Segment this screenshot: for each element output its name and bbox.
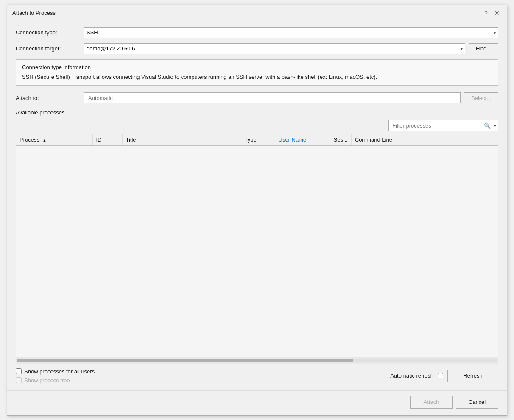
process-table-container: Process ▲ ID Title Type [16,134,498,364]
col-username-label: User Name [279,136,307,143]
search-icon: 🔍 [482,122,492,129]
show-process-tree-row: Show process tree [16,377,95,384]
horizontal-scrollbar[interactable] [16,357,498,364]
connection-target-row: Connection target: demo@172.20.60.6 ▾ Fi… [16,43,498,54]
automatic-refresh-checkbox[interactable] [438,373,443,378]
refresh-button-label: Refresh [463,373,483,379]
filter-input-wrap: 🔍 ▾ [388,120,498,131]
available-processes-section: Available processes 🔍 ▾ [16,109,498,384]
dialog-footer: Attach Cancel [7,390,507,415]
col-cmdline[interactable]: Command Line [351,134,498,146]
title-bar-controls: ? ✕ [481,8,502,18]
attach-to-input[interactable] [84,92,461,103]
process-table-empty-body [16,146,498,273]
filter-dropdown-button[interactable]: ▾ [492,120,498,131]
col-cmdline-label: Command Line [355,136,392,143]
connection-type-label: Connection type: [16,29,84,36]
connection-target-select-wrapper: demo@172.20.60.6 ▾ [84,43,465,54]
process-table-header: Process ▲ ID Title Type [16,134,498,146]
attach-button[interactable]: Attach [410,396,453,409]
connection-type-row: Connection type: SSH Local Remote (no au… [16,27,498,38]
close-button[interactable]: ✕ [492,8,502,18]
scrollbar-thumb [17,359,353,362]
attach-to-select-wrap: Select... [464,92,498,103]
col-session[interactable]: Ses... [330,134,351,146]
col-title-label: Title [126,136,136,143]
connection-target-control: demo@172.20.60.6 ▾ Find... [84,43,498,54]
scrollbar-track [17,359,497,362]
refresh-button[interactable]: Refresh [447,370,498,382]
right-controls: Automatic refresh Refresh [390,370,498,382]
dialog-title: Attach to Process [12,10,56,16]
left-checkboxes: Show processes for all users Show proces… [16,368,95,384]
attach-to-row: Attach to: Select... [16,92,498,103]
connection-target-select[interactable]: demo@172.20.60.6 [84,43,465,54]
connection-type-control: SSH Local Remote (no authentication) ▾ [84,27,498,38]
connection-type-select-wrapper: SSH Local Remote (no authentication) ▾ [84,27,498,38]
col-session-label: Ses... [334,136,348,143]
show-process-tree-checkbox[interactable] [16,377,22,383]
show-all-users-row: Show processes for all users [16,368,95,375]
find-button[interactable]: Find... [469,43,498,54]
col-type[interactable]: Type [241,134,275,146]
help-button[interactable]: ? [481,8,491,18]
col-process-label: Process [20,136,39,143]
process-table: Process ▲ ID Title Type [16,134,498,146]
col-process[interactable]: Process ▲ [16,134,92,146]
available-processes-label: Available processes [16,109,498,116]
bottom-controls: Show processes for all users Show proces… [16,368,498,384]
col-title[interactable]: Title [122,134,241,146]
col-id-label: ID [96,136,102,143]
attach-to-process-dialog: Attach to Process ? ✕ Connection type: S… [7,5,507,416]
col-username[interactable]: User Name [275,134,330,146]
sort-asc-icon: ▲ [43,138,47,142]
show-process-tree-label: Show process tree [24,377,70,384]
col-id[interactable]: ID [92,134,122,146]
connection-type-select[interactable]: SSH Local Remote (no authentication) [84,27,498,38]
col-type-label: Type [245,136,257,143]
title-bar: Attach to Process ? ✕ [7,5,507,20]
attach-to-label: Attach to: [16,95,84,101]
connection-type-info-box: Connection type information SSH (Secure … [16,59,498,86]
attach-button-label: Attach [424,399,439,405]
show-all-users-label[interactable]: Show processes for all users [24,368,95,375]
connection-target-label: Connection target: [16,45,84,52]
filter-processes-input[interactable] [389,122,482,130]
cancel-button[interactable]: Cancel [456,396,498,409]
automatic-refresh-label: Automatic refresh [390,373,433,379]
info-box-text: SSH (Secure Shell) Transport allows conn… [22,73,492,81]
show-all-users-checkbox[interactable] [16,368,22,374]
select-button[interactable]: Select... [464,92,498,103]
info-box-title: Connection type information [22,64,492,70]
filter-bar: 🔍 ▾ [16,120,498,131]
dialog-content: Connection type: SSH Local Remote (no au… [7,20,507,390]
